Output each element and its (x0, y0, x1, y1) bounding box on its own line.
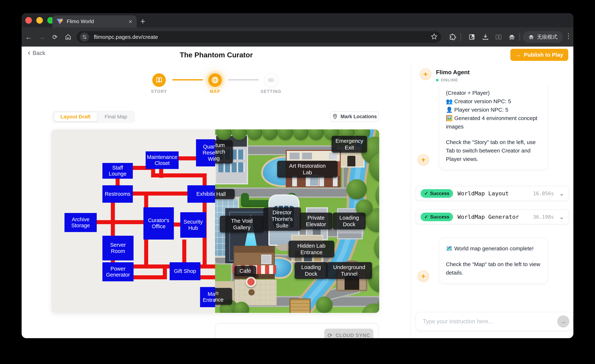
task-name: WorldMap Layout (457, 190, 533, 197)
draft-corridor (182, 240, 186, 265)
mark-locations-button[interactable]: Mark Locations (330, 111, 379, 122)
browser-window: ⚡ Flimo World × + ← → ⟳ flimonpc.pages.d… (22, 13, 573, 338)
task-duration: 16.056s (533, 191, 554, 196)
room-security-hub: Security Hub (180, 212, 206, 238)
step-label-map: MAP (200, 89, 230, 94)
globe-icon (211, 76, 219, 84)
map-view-tabs: Layout Draft Final Map (52, 111, 135, 123)
back-nav-icon[interactable]: ← (25, 33, 33, 41)
status-label: Success (430, 214, 450, 220)
status-badge: ✓ Success (421, 189, 453, 198)
close-window-button[interactable] (25, 17, 32, 24)
map-label-art-restoration-lab: Art Restoration Lab (277, 161, 338, 178)
tab-strip: ⚡ Flimo World × + (22, 13, 573, 28)
agent-status: ONLINE (436, 78, 458, 82)
agent-message: (Creator + Player)👥 Creator version NPC:… (439, 86, 548, 170)
room-maintenance-closet: Maintenance Closet (146, 151, 179, 169)
mark-locations-label: Mark Locations (340, 114, 377, 120)
map-label-exhibition-hall: Exhibition Hall (215, 189, 235, 199)
tab-title: Flimo World (67, 19, 129, 24)
profile-incognito-icon[interactable] (507, 33, 516, 41)
publish-label: Publish to Play (524, 52, 563, 58)
step-map[interactable] (208, 73, 222, 87)
download-icon[interactable] (481, 33, 490, 41)
check-icon: ✓ (424, 191, 428, 196)
browser-tab[interactable]: ⚡ Flimo World × (52, 15, 137, 28)
url-text: flimonpc.pages.dev/create (94, 34, 431, 40)
draft-corridor (133, 192, 187, 196)
draft-corridor (116, 179, 120, 185)
room-quantum-research-wing: Quantum Research Wing (196, 139, 215, 166)
draft-corridor (203, 178, 207, 185)
map-label-loading-dock-south: Loading Dock (295, 262, 327, 279)
send-button[interactable]: → (557, 315, 569, 328)
bookmark-star-icon[interactable] (431, 33, 438, 41)
task-duration: 36.198s (533, 214, 554, 220)
chat-messages: (Creator + Player)👥 Creator version NPC:… (416, 86, 573, 309)
layout-draft-half: Maintenance ClosetQuantum Research WingS… (51, 129, 215, 313)
room-exhibition-hall: Exhibition Hall (187, 185, 215, 203)
refresh-icon: ⟳ (327, 332, 333, 338)
step-setting[interactable] (264, 73, 278, 87)
room-main-entrance: Main Entrance (200, 287, 215, 307)
map-label-main-entrance: Main Entrance (215, 288, 232, 305)
site-settings-icon[interactable] (80, 32, 89, 42)
map-label-quantum-research-wing: Quantum Research Wing (215, 140, 233, 164)
minimize-window-button[interactable] (36, 17, 43, 24)
tab-layout-draft[interactable]: Layout Draft (54, 112, 97, 121)
map-label-director-thornes-suite: Director Thorne's Suite (263, 207, 301, 231)
tree (347, 179, 367, 200)
book-icon (155, 76, 163, 84)
instruction-input[interactable]: Type your instruction here... → (416, 312, 573, 331)
map-label-the-void-gallery: The Void Gallery (220, 216, 264, 233)
room-gift-shop: Gift Shop (170, 262, 200, 280)
online-label: ONLINE (441, 78, 458, 82)
cloud-sync-button[interactable]: ⟳ CLOUD SYNC (324, 329, 373, 338)
setting-field-icon (267, 76, 275, 84)
chevron-down-icon[interactable]: ⌄ (559, 192, 564, 195)
status-label: Success (430, 191, 450, 196)
sparkle-icon (420, 273, 427, 279)
split-screen-icon[interactable] (494, 33, 503, 41)
map-label-hidden-lab-entrance: Hidden Lab Entrance (289, 241, 334, 257)
status-badge: ✓ Success (421, 213, 453, 221)
input-placeholder: Type your instruction here... (423, 318, 557, 325)
sparkle-icon (420, 157, 427, 163)
room-power-generator: Power Generator (102, 262, 134, 281)
step-label-setting: SETTING (256, 89, 286, 94)
home-icon[interactable] (64, 33, 72, 41)
step-label-story: STORY (144, 89, 174, 94)
extensions-icon[interactable] (448, 33, 457, 41)
sparkle-icon (422, 71, 429, 78)
task-card-worldmap-layout[interactable]: ✓ Success WorldMap Layout 16.056s ⌄ (416, 186, 569, 201)
url-bar[interactable]: flimonpc.pages.dev/create (77, 31, 441, 43)
world-map-preview: Maintenance ClosetQuantum Research WingS… (51, 129, 379, 313)
tree (316, 297, 333, 313)
incognito-mode-badge[interactable]: 无痕模式 (523, 31, 563, 43)
task-name: WorldMap Generator (457, 214, 533, 220)
close-tab-icon[interactable]: × (129, 18, 132, 25)
map-label-emergency-exit: Emergency Exit (332, 136, 367, 153)
task-card-worldmap-generator[interactable]: ✓ Success WorldMap Generator 36.198s ⌄ (416, 209, 569, 224)
flimo-favicon-icon: ⚡ (57, 18, 63, 25)
map-label-private-elevator: Private Elevator (299, 213, 333, 229)
reload-icon[interactable]: ⟳ (51, 33, 59, 41)
tab-final-map[interactable]: Final Map (98, 112, 133, 121)
bridge (290, 298, 311, 313)
step-story[interactable] (152, 73, 166, 87)
browser-menu-icon[interactable]: ⋮ (565, 32, 572, 40)
final-map-detail-card: ⟳ CLOUD SYNC (215, 323, 378, 338)
draft-corridor (134, 275, 167, 279)
chevron-down-icon[interactable]: ⌄ (559, 215, 564, 219)
arrow-right-icon: → (515, 52, 521, 58)
draft-corridor (97, 220, 143, 224)
new-tab-button[interactable]: + (140, 16, 145, 27)
map-label-underground-tunnel: Underground Tunnel (326, 262, 372, 279)
publish-to-play-button[interactable]: → Publish to Play (510, 49, 568, 61)
search-tabs-icon[interactable] (468, 33, 477, 41)
forward-nav-icon[interactable]: → (38, 33, 46, 41)
cloud-sync-label: CLOUD SYNC (336, 333, 370, 338)
incognito-label: 无痕模式 (537, 34, 557, 41)
hedge (241, 193, 249, 207)
agent-avatar-small (417, 270, 429, 282)
